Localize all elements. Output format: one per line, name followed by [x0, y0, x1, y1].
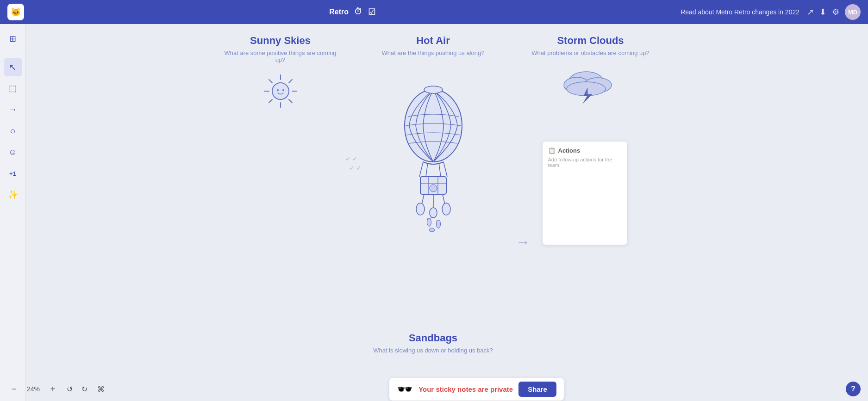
svg-point-25	[416, 203, 425, 215]
header: 🐱 Retro ⏱ ☑ Read about Metro Retro chang…	[0, 0, 868, 24]
sunny-skies-subtitle: What are some positive things are coming…	[220, 49, 341, 63]
sandbags-subtitle: What is slowing us down or holding us ba…	[373, 347, 493, 354]
column-sunny-skies: Sunny Skies What are some positive thing…	[220, 35, 341, 110]
sidebar-item-celebration[interactable]: ✨	[4, 185, 22, 204]
svg-point-8	[272, 83, 289, 99]
share-external-icon[interactable]: ↗	[807, 7, 814, 17]
storm-illustration	[561, 66, 621, 107]
svg-line-16	[439, 163, 441, 177]
history-buttons: ↺ ↻	[63, 382, 91, 395]
sidebar-item-emoji[interactable]: ☺	[4, 143, 22, 161]
svg-line-6	[289, 80, 292, 83]
svg-point-11	[405, 90, 462, 162]
svg-line-14	[443, 162, 447, 177]
sidebar-item-upvote[interactable]: +1	[4, 164, 22, 183]
avatar[interactable]: MD	[845, 4, 861, 20]
hot-air-subtitle: What are the things pushing us along?	[382, 49, 485, 56]
header-left: 🐱	[7, 4, 24, 20]
zoom-controls: − 24% + ↺ ↻ ⌘	[7, 382, 107, 395]
svg-line-7	[269, 99, 272, 103]
svg-point-9	[277, 89, 279, 91]
birds-decoration: ✓ ✓ ✓ ✓	[345, 155, 362, 172]
logo-icon: 🐱	[11, 7, 21, 17]
sidebar-divider-1	[6, 53, 20, 53]
settings-icon[interactable]: ⚙	[832, 7, 839, 17]
select-cursor-icon: ↖	[9, 62, 17, 73]
svg-point-27	[442, 203, 450, 215]
sticky-icon: 🕶️	[397, 382, 413, 397]
svg-point-10	[282, 89, 284, 91]
svg-line-22	[422, 194, 424, 204]
svg-line-24	[443, 194, 445, 204]
svg-line-13	[419, 162, 423, 177]
upvote-icon: +1	[9, 170, 16, 177]
sidebar-item-select[interactable]: ↖	[4, 58, 22, 76]
hot-air-title: Hot Air	[416, 35, 450, 47]
zoom-level-display: 24%	[24, 385, 43, 393]
actions-panel-title: Actions	[558, 147, 581, 154]
timer-icon[interactable]: ⏱	[354, 7, 362, 17]
cmd-button[interactable]: ⌘	[94, 382, 107, 395]
header-actions: ↗ ⬇ ⚙ MD	[807, 4, 861, 20]
download-icon[interactable]: ⬇	[819, 7, 826, 17]
bottom-toolbar: − 24% + ↺ ↻ ⌘ 🕶️ Your sticky notes are p…	[0, 377, 868, 401]
actions-panel: 📋 Actions Add follow-up actions for the …	[542, 141, 628, 245]
svg-point-21	[430, 185, 437, 192]
svg-point-26	[430, 208, 437, 218]
column-hot-air: Hot Air What are the things pushing us a…	[368, 35, 498, 237]
board-title: Retro	[329, 8, 349, 16]
zoom-in-button[interactable]: +	[46, 382, 59, 395]
share-button[interactable]: Share	[518, 382, 556, 397]
columns-wrapper: Sunny Skies What are some positive thing…	[193, 35, 702, 382]
main-canvas: Sunny Skies What are some positive thing…	[26, 24, 868, 401]
emoji-icon: ☺	[8, 148, 17, 157]
actions-panel-icon: 📋	[548, 147, 556, 154]
sidebar-item-frame[interactable]: ⬚	[4, 79, 22, 98]
zoom-out-button[interactable]: −	[7, 382, 20, 395]
celebration-icon: ✨	[8, 190, 18, 200]
navigation-arrow: →	[516, 234, 531, 251]
sidebar-item-panels[interactable]: ⊞	[4, 30, 22, 48]
header-right: Read about Metro Retro changes in 2022 ↗…	[681, 4, 861, 20]
balloon-illustration	[396, 66, 470, 237]
svg-point-28	[429, 228, 435, 232]
sticky-notice-bar: 🕶️ Your sticky notes are private Share	[389, 378, 564, 401]
sticky-notice-text: Your sticky notes are private	[418, 385, 513, 393]
svg-line-15	[426, 163, 428, 177]
arrow-tool-icon: →	[9, 105, 17, 115]
column-storm-clouds: Storm Clouds What problems or obstacles …	[526, 35, 656, 107]
header-center-icons: ⏱ ☑	[354, 7, 375, 17]
panels-icon: ⊞	[9, 34, 16, 44]
svg-line-4	[269, 80, 272, 83]
storm-clouds-title: Storm Clouds	[557, 35, 624, 47]
app-logo[interactable]: 🐱	[7, 4, 24, 20]
header-center: Retro ⏱ ☑	[329, 7, 375, 17]
actions-panel-subtitle: Add follow-up actions for the team.	[548, 157, 622, 168]
frame-icon: ⬚	[9, 83, 17, 93]
sandbags-title: Sandbags	[409, 332, 457, 344]
left-sidebar: ⊞ ↖ ⬚ → ○ ☺ +1 ✨	[0, 24, 26, 401]
storm-clouds-subtitle: What problems or obstacles are coming up…	[531, 49, 649, 56]
undo-button[interactable]: ↺	[63, 382, 76, 395]
sidebar-item-arrow[interactable]: →	[4, 100, 22, 119]
redo-button[interactable]: ↻	[78, 382, 91, 395]
svg-point-12	[424, 86, 443, 93]
comment-icon: ○	[10, 126, 15, 136]
svg-line-5	[289, 99, 292, 103]
help-button[interactable]: ?	[846, 382, 861, 396]
board-content: Sunny Skies What are some positive thing…	[26, 24, 868, 401]
actions-panel-header: 📋 Actions	[548, 147, 622, 154]
sidebar-item-comment[interactable]: ○	[4, 122, 22, 140]
news-link[interactable]: Read about Metro Retro changes in 2022	[681, 8, 799, 16]
sun-illustration	[262, 73, 299, 110]
sandbags-section: Sandbags What is slowing us down or hold…	[368, 332, 498, 363]
tasks-icon[interactable]: ☑	[368, 7, 375, 17]
sunny-skies-title: Sunny Skies	[250, 35, 311, 47]
